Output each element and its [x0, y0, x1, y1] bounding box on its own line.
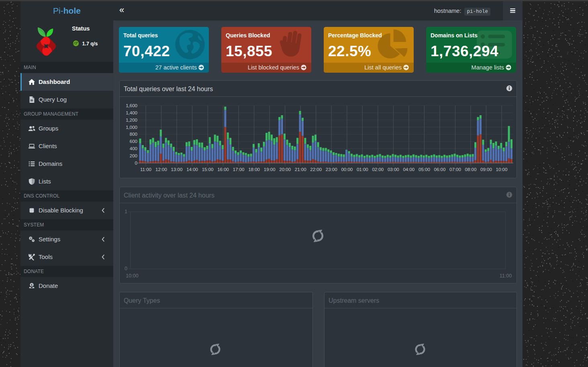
svg-text:1,600: 1,600 — [126, 103, 137, 108]
svg-text:07:00: 07:00 — [449, 167, 461, 172]
svg-text:06:00: 06:00 — [434, 167, 446, 172]
svg-text:800: 800 — [130, 132, 137, 137]
svg-text:1,000: 1,000 — [126, 125, 137, 130]
svg-text:17:00: 17:00 — [233, 167, 245, 172]
svg-text:13:00: 13:00 — [171, 167, 183, 172]
svg-text:05:00: 05:00 — [419, 167, 430, 172]
svg-text:0: 0 — [125, 266, 127, 271]
svg-text:14:00: 14:00 — [186, 167, 198, 172]
svg-text:1: 1 — [125, 209, 127, 214]
svg-text:18:00: 18:00 — [248, 167, 260, 172]
svg-text:09:00: 09:00 — [480, 167, 492, 172]
svg-text:23:00: 23:00 — [326, 167, 337, 172]
svg-text:00:00: 00:00 — [341, 167, 353, 172]
svg-text:22:00: 22:00 — [310, 167, 322, 172]
svg-text:16:00: 16:00 — [217, 167, 229, 172]
svg-text:12:00: 12:00 — [155, 167, 167, 172]
svg-text:08:00: 08:00 — [465, 167, 477, 172]
svg-text:$: $ — [31, 283, 33, 287]
svg-text:0: 0 — [135, 161, 137, 165]
svg-text:02:00: 02:00 — [372, 167, 384, 172]
svg-text:19:00: 19:00 — [264, 167, 276, 172]
svg-text:10:00: 10:00 — [496, 167, 508, 172]
svg-text:01:00: 01:00 — [357, 167, 368, 172]
svg-text:600: 600 — [130, 139, 137, 144]
svg-text:20:00: 20:00 — [279, 167, 291, 172]
svg-text:400: 400 — [130, 146, 137, 151]
svg-text:15:00: 15:00 — [202, 167, 214, 172]
svg-text:1,400: 1,400 — [126, 110, 137, 115]
svg-text:21:00: 21:00 — [295, 167, 306, 172]
svg-text:03:00: 03:00 — [388, 167, 399, 172]
svg-text:11:00: 11:00 — [500, 273, 512, 279]
svg-text:1,200: 1,200 — [126, 118, 137, 122]
svg-text:04:00: 04:00 — [403, 167, 414, 172]
svg-text:200: 200 — [130, 153, 137, 158]
svg-text:10:00: 10:00 — [126, 273, 138, 279]
svg-text:11:00: 11:00 — [140, 167, 151, 172]
